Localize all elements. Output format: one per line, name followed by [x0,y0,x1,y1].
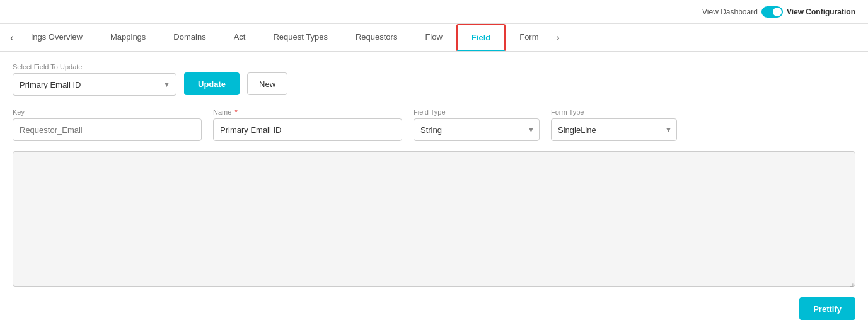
main-content: Select Field To Update Primary Email ID … [0,52,868,292]
key-label: Key [13,108,202,116]
content-textarea[interactable] [13,151,855,287]
new-button[interactable]: New [247,72,287,95]
view-toggle[interactable] [761,6,783,18]
nav-right-arrow[interactable]: › [553,32,564,43]
tab-domains[interactable]: Domains [159,24,219,52]
nav-left-arrow[interactable]: ‹ [6,32,17,43]
view-dashboard-label: View Dashboard [702,8,758,16]
prettify-button[interactable]: Prettify [799,297,855,320]
select-field-wrapper: Select Field To Update Primary Email ID … [13,63,176,96]
textarea-container: ⌟ [13,151,855,288]
field-type-label: Field Type [414,108,540,116]
top-bar: View Dashboard View Configuration [0,0,868,24]
tab-request-types[interactable]: Request Types [259,24,341,52]
name-input[interactable] [213,118,402,141]
tab-flow[interactable]: Flow [411,24,456,52]
key-input[interactable] [13,118,202,141]
select-field-row: Select Field To Update Primary Email ID … [13,63,855,96]
form-type-wrapper: SingleLine MultiLine Dropdown Checkbox ▼ [551,118,677,141]
view-configuration-label: View Configuration [787,8,855,16]
update-button[interactable]: Update [184,72,240,95]
field-type-wrapper: String Integer Boolean Date ▼ [414,118,540,141]
name-label: Name * [213,108,402,116]
form-fields-row: Key Name * Field Type String Integer Boo… [13,108,855,141]
select-field-dropdown[interactable]: Primary Email ID [13,73,176,96]
tab-mappings[interactable]: Mappings [96,24,159,52]
resize-handle-icon: ⌟ [850,278,854,287]
tab-requestors[interactable]: Requestors [342,24,411,52]
select-field-dropdown-wrapper: Primary Email ID ▼ [13,73,176,96]
tab-act[interactable]: Act [220,24,260,52]
page-wrapper: View Dashboard View Configuration ‹ ings… [0,0,868,325]
name-field-group: Name * [213,108,402,141]
select-field-label: Select Field To Update [13,63,176,71]
tab-form[interactable]: Form [506,24,552,52]
bottom-bar: Prettify [0,292,868,325]
tab-settings-overview[interactable]: ings Overview [17,24,96,52]
form-type-label: Form Type [551,108,677,116]
key-field-group: Key [13,108,202,141]
tab-field[interactable]: Field [456,24,506,52]
field-type-group: Field Type String Integer Boolean Date ▼ [414,108,540,141]
form-type-select[interactable]: SingleLine MultiLine Dropdown Checkbox [551,118,677,141]
nav-tabs: ‹ ings Overview Mappings Domains Act Req… [0,24,868,52]
field-type-select[interactable]: String Integer Boolean Date [414,118,540,141]
form-type-group: Form Type SingleLine MultiLine Dropdown … [551,108,677,141]
top-bar-controls: View Dashboard View Configuration [702,6,855,18]
